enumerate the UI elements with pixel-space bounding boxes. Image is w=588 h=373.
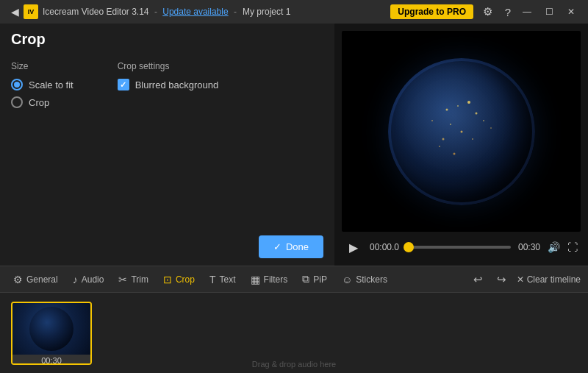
current-time: 00:00.0 bbox=[370, 242, 399, 252]
progress-thumb[interactable] bbox=[404, 242, 414, 252]
stickers-icon: ☺ bbox=[342, 274, 352, 285]
toolbar-filters[interactable]: ▦ Filters bbox=[245, 271, 294, 288]
text-label: Text bbox=[220, 274, 236, 285]
general-label: General bbox=[26, 274, 58, 285]
filters-icon: ▦ bbox=[251, 274, 260, 285]
stickers-label: Stickers bbox=[356, 274, 387, 285]
minimize-button[interactable]: — bbox=[516, 3, 538, 21]
svg-point-6 bbox=[460, 130, 462, 132]
svg-point-7 bbox=[472, 138, 473, 140]
svg-point-8 bbox=[442, 138, 444, 140]
svg-point-1 bbox=[457, 105, 459, 107]
toolbar-general[interactable]: ⚙ General bbox=[7, 271, 64, 288]
svg-point-11 bbox=[439, 146, 440, 147]
app-logo: IV bbox=[24, 4, 38, 19]
clear-icon: ✕ bbox=[517, 274, 524, 285]
settings-row: Size Scale to fit Crop Crop settings ✓ bbox=[11, 61, 323, 114]
maximize-button[interactable]: ☐ bbox=[538, 3, 560, 21]
scale-to-fit-option[interactable]: Scale to fit bbox=[11, 79, 74, 90]
back-button[interactable]: ◀ bbox=[6, 3, 24, 21]
update-link[interactable]: Update available bbox=[162, 7, 228, 17]
svg-point-9 bbox=[431, 120, 433, 121]
svg-point-4 bbox=[483, 120, 484, 121]
svg-point-3 bbox=[475, 112, 477, 114]
clip-thumbnail bbox=[12, 303, 90, 355]
clear-label: Clear timeline bbox=[527, 274, 581, 285]
toolbar-pip[interactable]: ⧉ PiP bbox=[296, 270, 333, 288]
svg-point-0 bbox=[445, 108, 448, 110]
crop-radio[interactable] bbox=[11, 96, 23, 108]
blurred-bg-label: Blurred background bbox=[135, 79, 218, 90]
volume-icon[interactable]: 🔊 bbox=[548, 241, 560, 253]
progress-bar[interactable] bbox=[406, 246, 511, 249]
left-panel: Crop Size Scale to fit Crop Crop setting… bbox=[0, 24, 334, 266]
clip-earth-visual bbox=[29, 307, 74, 351]
text-icon: T bbox=[209, 274, 216, 285]
scale-to-fit-radio[interactable] bbox=[11, 79, 23, 90]
city-lights-svg bbox=[388, 58, 535, 205]
timeline-area: 00:30 Drag & drop audio here bbox=[0, 292, 588, 373]
video-controls: ▶ 00:00.0 00:30 🔊 ⛶ bbox=[342, 236, 581, 258]
app-name: Icecream Video Editor 3.14 - Update avai… bbox=[43, 7, 240, 17]
undo-button[interactable]: ↩ bbox=[470, 273, 487, 286]
scale-to-fit-label: Scale to fit bbox=[29, 79, 74, 90]
toolbar-crop[interactable]: ⊡ Crop bbox=[157, 271, 201, 288]
crop-tab-label: Crop bbox=[176, 274, 195, 285]
title-bar: ◀ IV Icecream Video Editor 3.14 - Update… bbox=[0, 0, 588, 24]
toolbar-stickers[interactable]: ☺ Stickers bbox=[336, 271, 393, 288]
audio-label: Audio bbox=[82, 274, 104, 285]
timeline-clip[interactable]: 00:30 bbox=[11, 302, 92, 365]
blurred-bg-option[interactable]: ✓ Blurred background bbox=[118, 79, 218, 90]
clip-duration: 00:30 bbox=[12, 355, 90, 365]
crop-option[interactable]: Crop bbox=[11, 96, 74, 108]
pip-icon: ⧉ bbox=[302, 273, 309, 285]
upgrade-button[interactable]: Upgrade to PRO bbox=[390, 4, 473, 19]
blurred-bg-checkbox[interactable]: ✓ bbox=[118, 79, 129, 90]
project-name: My project 1 bbox=[243, 7, 290, 17]
done-button-area: ✓ Done bbox=[259, 235, 323, 258]
titlebar-icons: ⚙ ? bbox=[479, 4, 516, 20]
crop-icon: ⊡ bbox=[163, 274, 172, 285]
play-button[interactable]: ▶ bbox=[345, 241, 362, 255]
svg-point-10 bbox=[490, 127, 492, 129]
drag-hint: Drag & drop audio here bbox=[252, 360, 336, 369]
general-icon: ⚙ bbox=[13, 274, 23, 285]
redo-button[interactable]: ↪ bbox=[493, 273, 511, 286]
size-group-label: Size bbox=[11, 61, 74, 71]
page-title: Crop bbox=[11, 31, 323, 48]
video-preview bbox=[342, 31, 581, 232]
svg-point-2 bbox=[467, 101, 470, 104]
toolbar-audio[interactable]: ♪ Audio bbox=[67, 271, 110, 288]
fullscreen-icon[interactable]: ⛶ bbox=[567, 241, 578, 253]
right-panel: ▶ 00:00.0 00:30 🔊 ⛶ bbox=[334, 24, 588, 266]
filters-label: Filters bbox=[264, 274, 288, 285]
toolbar-right: ↩ ↪ ✕ Clear timeline bbox=[470, 273, 581, 286]
crop-settings-label: Crop settings bbox=[118, 61, 218, 71]
svg-point-5 bbox=[450, 124, 451, 125]
done-label: Done bbox=[286, 241, 309, 252]
pip-label: PiP bbox=[313, 274, 327, 285]
clear-timeline-button[interactable]: ✕ Clear timeline bbox=[517, 274, 581, 285]
crop-label: Crop bbox=[29, 97, 49, 108]
toolbar-text[interactable]: T Text bbox=[204, 271, 242, 288]
done-check-icon: ✓ bbox=[273, 241, 282, 252]
checkmark-icon: ✓ bbox=[120, 80, 126, 90]
crop-settings-group: Crop settings ✓ Blurred background bbox=[118, 61, 218, 114]
main-area: Crop Size Scale to fit Crop Crop setting… bbox=[0, 24, 588, 266]
size-group: Size Scale to fit Crop bbox=[11, 61, 74, 114]
trim-icon: ✂ bbox=[118, 274, 127, 285]
bottom-toolbar: ⚙ General ♪ Audio ✂ Trim ⊡ Crop T Text ▦… bbox=[0, 266, 588, 292]
toolbar-trim[interactable]: ✂ Trim bbox=[112, 271, 154, 288]
settings-icon[interactable]: ⚙ bbox=[479, 4, 495, 20]
done-button[interactable]: ✓ Done bbox=[259, 235, 323, 258]
trim-label: Trim bbox=[131, 274, 148, 285]
svg-point-12 bbox=[453, 152, 455, 154]
help-icon[interactable]: ? bbox=[500, 4, 516, 20]
end-time: 00:30 bbox=[518, 242, 540, 252]
audio-icon: ♪ bbox=[73, 274, 78, 285]
earth-visualization bbox=[388, 58, 535, 205]
close-button[interactable]: ✕ bbox=[560, 3, 582, 21]
